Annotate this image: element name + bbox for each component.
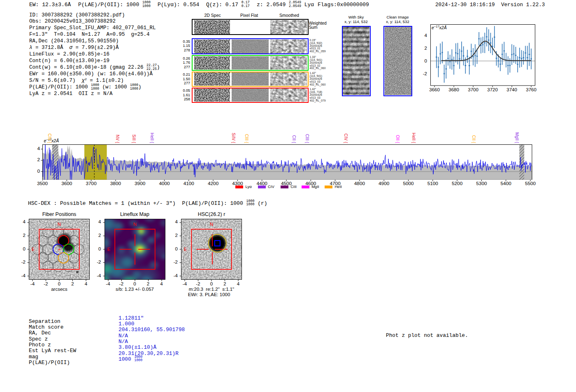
- svg-text:HeII {: HeII {: [411, 133, 416, 144]
- svg-text:MgII {: MgII {: [515, 132, 519, 144]
- svg-text:CIV {: CIV {: [344, 134, 348, 144]
- svg-text:SiIV {: SiIV {: [231, 133, 236, 144]
- svg-text:CII {: CII {: [292, 135, 296, 144]
- svg-text:CII {: CII {: [471, 135, 476, 144]
- svg-text:OII {: OII {: [395, 135, 400, 144]
- svg-text:CIII {: CIII {: [244, 134, 249, 144]
- svg-text:CIV {: CIV {: [47, 134, 52, 144]
- svg-text:HeII {: HeII {: [150, 133, 154, 144]
- svg-text:NV {: NV {: [115, 135, 120, 143]
- svg-text:CIII {: CIII {: [305, 134, 309, 144]
- svg-text:SiII {: SiII {: [132, 135, 136, 144]
